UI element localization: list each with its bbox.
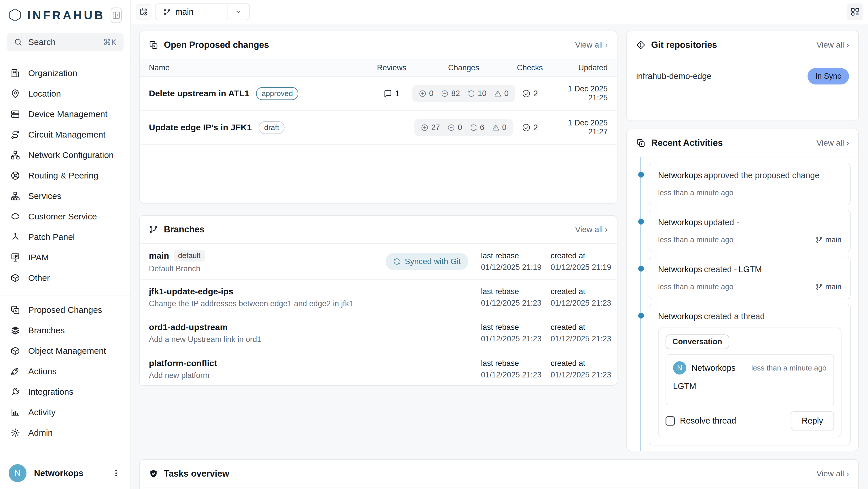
sidebar-item-circuit-management[interactable]: Circuit Management	[7, 124, 124, 145]
schema-button[interactable]	[847, 3, 863, 20]
table-row[interactable]: Update edge IP's in JFK1 draft 27 0 6 0	[140, 111, 617, 145]
sidebar-item-network-configuration[interactable]: Network Configuration	[7, 145, 124, 165]
dashboard-content: Open Proposed changes View all › Name Re…	[131, 24, 868, 489]
created-at-label: created at	[551, 359, 608, 368]
activity-action: updated -	[704, 218, 739, 227]
sidebar-item-label: Activity	[28, 407, 56, 417]
check-circle-icon	[522, 123, 531, 132]
table-row[interactable]: Delete upstream in ATL1 approved 1	[140, 77, 617, 111]
checks-count: 2	[533, 88, 538, 98]
plus-circle-icon	[421, 124, 429, 132]
proposed-change-name[interactable]: Update edge IP's in JFK1	[149, 122, 252, 132]
sidebar-item-location[interactable]: Location	[7, 83, 124, 104]
view-all-link[interactable]: View all ›	[816, 40, 849, 50]
conflicts-count: 0	[504, 89, 508, 98]
diff-icon	[10, 305, 20, 315]
sidebar-item-branches[interactable]: Branches	[7, 320, 124, 341]
activity-card: Networkopsupdated - less than a minute a…	[649, 210, 851, 252]
branch-name[interactable]: platform-conflict	[149, 358, 217, 368]
created-at-value: 01/12/2025 21:19	[551, 263, 608, 272]
repository-row[interactable]: infrahub-demo-edge In Sync	[627, 59, 858, 93]
timeline-dot	[638, 172, 644, 178]
checks-count: 2	[533, 122, 538, 132]
branches-panel: Branches View all › main default	[139, 215, 617, 386]
sidebar-item-label: Admin	[28, 428, 53, 438]
updated-count: 6	[480, 123, 485, 132]
search-shortcut: ⌘K	[103, 37, 117, 47]
sidebar-item-patch-panel[interactable]: Patch Panel	[7, 227, 124, 247]
sidebar-item-admin[interactable]: Admin	[7, 423, 124, 443]
sidebar-item-other[interactable]: Other	[7, 267, 124, 288]
time-travel-button[interactable]	[136, 4, 152, 20]
activity-time: less than a minute ago	[658, 188, 734, 197]
sidebar-item-services[interactable]: Services	[7, 186, 124, 206]
branch-row[interactable]: platform-conflict Add new platform last …	[140, 351, 617, 386]
panel-title: Tasks overview	[164, 468, 229, 479]
user-menu[interactable]: N Networkops	[7, 461, 124, 482]
brand-name: INFRAHUB	[27, 9, 105, 22]
activity-branch: main	[815, 282, 841, 291]
gear-icon	[10, 428, 20, 438]
reviews-count: 1	[395, 89, 399, 98]
sidebar-item-device-management[interactable]: Device Management	[7, 104, 124, 124]
branch-row[interactable]: ord1-add-upstream Add a new Upstream lin…	[140, 315, 617, 351]
created-at-label: created at	[551, 252, 608, 260]
recent-activities-panel: Recent Activities View all › Networkops	[626, 128, 859, 451]
sidebar-item-ipam[interactable]: IPAM	[7, 247, 124, 267]
sidebar-item-object-management[interactable]: Object Management	[7, 341, 124, 361]
sidebar-divider	[0, 295, 130, 296]
git-branch-icon	[815, 236, 823, 243]
proposed-change-name[interactable]: Delete upstream in ATL1	[149, 88, 249, 98]
branch-selector[interactable]: main	[155, 3, 250, 20]
view-all-link[interactable]: View all ›	[816, 469, 849, 478]
sidebar-item-routing-peering[interactable]: Routing & Peering	[7, 165, 124, 186]
branch-row[interactable]: jfk1-update-edge-ips Change the IP addre…	[140, 280, 617, 315]
sidebar-item-activity[interactable]: Activity	[7, 402, 124, 423]
branch-name[interactable]: main	[149, 251, 169, 261]
panel-title: Branches	[164, 224, 205, 235]
timeline-line	[641, 157, 641, 451]
branch-name: main	[826, 235, 841, 244]
status-badge: approved	[256, 87, 298, 100]
brand-header: INFRAHUB	[7, 0, 124, 31]
reply-button[interactable]: Reply	[791, 411, 834, 430]
sidebar-item-label: Circuit Management	[28, 130, 105, 140]
sidebar-item-label: Branches	[28, 325, 65, 335]
git-branch-icon	[815, 283, 823, 290]
sidebar-item-label: Location	[28, 89, 61, 98]
repository-name[interactable]: infrahub-demo-edge	[636, 71, 711, 81]
view-all-link[interactable]: View all ›	[575, 225, 608, 234]
calendar-clock-icon	[140, 7, 148, 16]
plug-icon	[8, 385, 22, 399]
shield-check-icon	[149, 469, 158, 478]
sidebar-item-customer-service[interactable]: Customer Service	[7, 206, 124, 227]
sidebar-item-actions[interactable]: Actions	[7, 361, 124, 381]
view-all-link[interactable]: View all ›	[816, 138, 849, 148]
activity-actor: Networkops	[658, 312, 702, 321]
branch-name[interactable]: jfk1-update-edge-ips	[149, 287, 233, 296]
sidebar-collapse-button[interactable]	[111, 7, 122, 23]
refresh-icon	[467, 90, 475, 97]
network-icon	[10, 150, 20, 160]
column-changes: Changes	[417, 63, 510, 73]
activity-link[interactable]: LGTM	[739, 265, 762, 274]
branch-name: main	[826, 282, 841, 291]
user-name: Networkops	[34, 468, 84, 478]
user-options-button[interactable]	[110, 467, 122, 479]
timeline-dot	[638, 266, 644, 271]
branch-selector-toggle[interactable]	[227, 4, 249, 20]
activity-actor: Networkops	[658, 171, 702, 180]
branch-name[interactable]: ord1-add-upstream	[149, 322, 227, 332]
avatar: N	[673, 361, 686, 375]
branch-row[interactable]: main default Default Branch Synced with …	[140, 244, 617, 280]
view-all-link[interactable]: View all ›	[575, 40, 608, 50]
sidebar-item-proposed-changes[interactable]: Proposed Changes	[7, 299, 124, 320]
warning-triangle-icon	[492, 124, 500, 132]
search-input[interactable]: Search ⌘K	[7, 33, 124, 51]
added-count: 0	[429, 89, 433, 98]
sync-status-label: Synced with Git	[405, 257, 461, 266]
sidebar-item-integrations[interactable]: Integrations	[7, 381, 124, 402]
sidebar-item-organization[interactable]: Organization	[7, 63, 124, 83]
branch-selector-value[interactable]: main	[156, 4, 227, 20]
resolve-thread-checkbox[interactable]	[665, 416, 675, 426]
